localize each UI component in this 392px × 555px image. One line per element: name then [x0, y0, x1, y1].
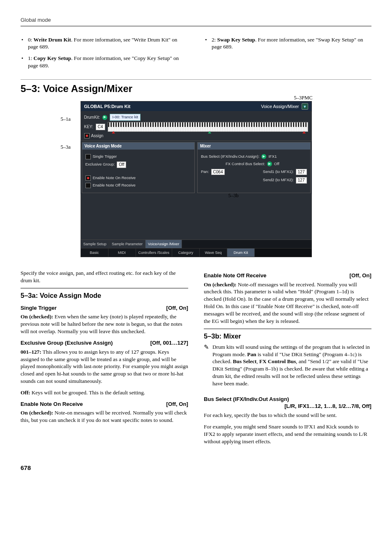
drumkit-label: DrumKit: — [84, 115, 100, 120]
fx-ctrl-value[interactable]: Off — [274, 161, 279, 167]
single-trigger-checkbox[interactable] — [85, 154, 91, 159]
window-title: GLOBAL P5:Drum Kit — [84, 104, 131, 110]
send1-value[interactable]: 127 — [296, 169, 307, 175]
tab-basic[interactable]: Basic — [81, 249, 108, 257]
callout-label: 5–3a — [61, 144, 71, 151]
param-range: [Off, On] — [166, 401, 188, 408]
note-off-label: Enable Note Off Receive — [93, 183, 136, 188]
param-body: For each key, specify the bus to which t… — [204, 412, 371, 419]
tab-drum-kit[interactable]: Drum Kit — [227, 249, 255, 257]
param-body: Off: Keys will not be grouped. This is t… — [21, 389, 188, 396]
send2-label: Send2 (to MFX2): — [263, 177, 294, 183]
tab-midi[interactable]: MIDI — [108, 249, 136, 257]
note-on-label: Enable Note On Receive — [93, 175, 136, 181]
param-range: [L/R, IFX1…12, 1…8, 1/2…7/8, Off] — [204, 403, 371, 410]
param-range: [Off, On] — [350, 272, 371, 279]
single-trigger-label: Single Trigger — [93, 154, 117, 159]
bullet-item: 1: Copy Key Setup. For more information,… — [21, 55, 188, 69]
tab-voice-assign-mixer[interactable]: VoiceAssign /Mixer — [145, 240, 182, 248]
exclusive-group-label: Exclusive Group: — [85, 162, 115, 167]
piano-keyboard[interactable] — [108, 122, 308, 132]
tab-category[interactable]: Category — [172, 249, 200, 257]
param-body: On (checked): Note-off messages will be … — [204, 281, 371, 325]
tab-sample-parameter[interactable]: Sample Parameter — [109, 240, 145, 248]
popup-icon[interactable]: ▶ — [267, 161, 272, 166]
section-title: 5–3: Voice Assign/Mixer — [21, 82, 371, 95]
key-label: KEY: — [84, 124, 93, 130]
page-number: 678 — [21, 464, 371, 472]
exclusive-group-value[interactable]: Off — [117, 161, 126, 168]
bullet-item: 2: Swap Key Setup. For more information,… — [204, 36, 371, 51]
mixer-header: Mixer — [198, 143, 310, 150]
pan-value[interactable]: C064 — [211, 169, 225, 175]
window-subtitle: Voice Assign/Mixer — [261, 104, 299, 110]
param-body: On (checked): Even when the same key (no… — [21, 313, 188, 335]
tab-wave-seq[interactable]: Wave Seq — [200, 249, 227, 257]
key-value[interactable]: C4 — [96, 124, 105, 130]
param-range: [Off, 001…127] — [150, 339, 188, 347]
mixer-note: Drum kits will sound using the settings … — [212, 343, 371, 387]
send2-value[interactable]: 127 — [296, 177, 307, 184]
app-screenshot: 5–3PMC 5–1a 5–3a GLOBAL P5:Drum Kit Voic… — [81, 101, 312, 257]
param-body: On (checked): Note-on messages will be r… — [21, 409, 188, 424]
header-title: Global mode — [21, 17, 51, 23]
note-icon: ✎ — [204, 344, 209, 350]
param-name: Enable Note Off Receive — [204, 272, 266, 279]
note-on-checkbox[interactable] — [85, 175, 91, 181]
intro-bullets: 0: Write Drum Kit. For more information,… — [21, 36, 371, 74]
callout-label: 5–1a — [61, 116, 71, 123]
param-name: Exclusive Group (Exclusive Assign) — [21, 339, 113, 347]
heading-5-3b: 5–3b: Mixer — [204, 329, 371, 341]
assign-checkbox[interactable] — [84, 133, 90, 138]
note-off-checkbox[interactable] — [85, 183, 91, 188]
pan-label: Pan: — [201, 169, 209, 175]
callout-label: 5–3b — [228, 192, 239, 199]
play-icon[interactable]: ▶ — [102, 115, 107, 120]
param-name: Enable Note On Receive — [21, 401, 83, 408]
bullet-item: 0: Write Drum Kit. For more information,… — [21, 36, 188, 51]
rule — [21, 79, 371, 80]
page-header: Global mode — [21, 16, 371, 26]
popup-icon[interactable]: ▶ — [261, 154, 266, 159]
tab-sample-setup[interactable]: Sample Setup — [81, 240, 110, 248]
menu-dropdown-icon[interactable]: ▾ — [302, 103, 308, 110]
voice-assign-header: Voice Assign Mode — [82, 143, 195, 150]
send1-label: Send1 (to MFX1): — [263, 169, 294, 175]
drumkit-value[interactable]: I-00: Trance kit — [110, 114, 141, 121]
param-range: [Off, On] — [166, 304, 188, 312]
param-name: Single Trigger — [21, 304, 57, 312]
intro-paragraph: Specify the voice assign, pan, and effec… — [21, 269, 188, 284]
bus-select-value[interactable]: IFX1 — [268, 154, 277, 159]
bus-select-label: Bus Select (IFX/Indiv.Out Assign): — [201, 154, 259, 159]
param-body: For example, you might send Snare sounds… — [204, 423, 371, 445]
param-name: Bus Select (IFX/Indiv.Out Assign) — [204, 396, 371, 403]
assign-label: Assign — [91, 133, 104, 139]
param-body: 001–127: This allows you to assign keys … — [21, 348, 188, 385]
heading-5-3a: 5–3a: Voice Assign Mode — [21, 288, 188, 300]
fx-ctrl-label: FX Control Bus Select: — [226, 161, 265, 167]
tab-controllers-scales[interactable]: Controllers /Scales — [136, 249, 173, 257]
callout-label: 5–3PMC — [294, 94, 312, 101]
